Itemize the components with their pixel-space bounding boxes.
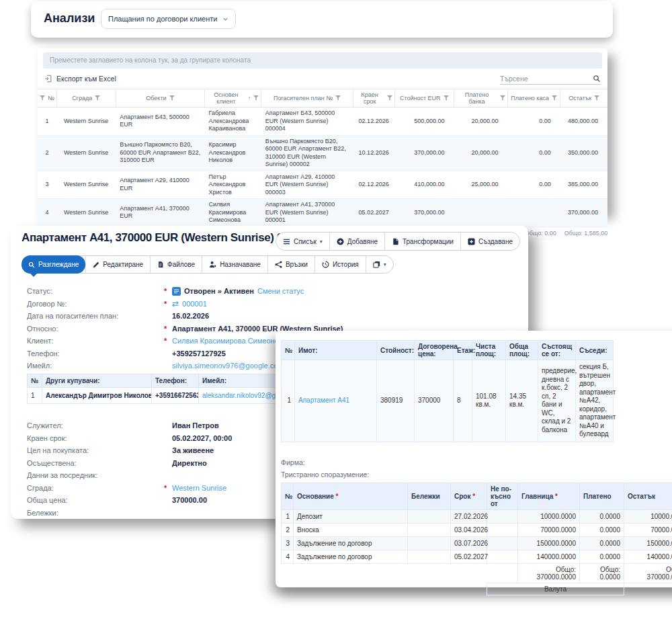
export-excel-label: Експорт към Excel	[56, 75, 116, 83]
status-value: Отворен » Активен	[184, 287, 254, 295]
group-by-bar[interactable]: Преместете заглавието на колона тук, за …	[43, 52, 602, 69]
swap-arrows-icon: ⇄	[172, 299, 179, 308]
analyses-table-panel: Преместете заглавието на колона тук, за …	[38, 48, 607, 212]
export-excel-button[interactable]: Експорт към Excel	[44, 75, 116, 83]
field-status: Статус: * Отворен » Активен Смени статус	[11, 285, 528, 298]
tab-links[interactable]: Връзки	[267, 256, 314, 273]
payment-row[interactable]: 2 Вноска 03.04.2026 70000.0000 0.0000 70…	[282, 524, 672, 537]
total-remainder: Общо: 370000.0000	[624, 564, 672, 583]
search-input[interactable]	[500, 73, 593, 84]
required-mark: *	[164, 287, 167, 295]
required-mark: *	[164, 337, 167, 345]
tab-edit[interactable]: Редактиране	[85, 256, 150, 273]
report-selector-dropdown[interactable]: Плащания по договори клиенти	[101, 9, 236, 29]
tab-assign[interactable]: Назначаване	[202, 256, 267, 273]
client-link[interactable]: Силвия Красимирова Симеонова	[172, 337, 287, 345]
table-row[interactable]: 3 Western Sunrise Апартамент А29, 410000…	[38, 171, 607, 199]
other-buyers-table: № Други купувачи: Телефон: Имейл: 1 Алек…	[27, 374, 306, 404]
table-row[interactable]: 1 Western Sunrise Апартамент Б43, 500000…	[38, 108, 607, 136]
tab-view[interactable]: Разглеждане	[22, 255, 85, 274]
required-mark: *	[164, 484, 167, 492]
tab-more[interactable]: ▾	[366, 256, 393, 273]
table-row[interactable]: 4 Western Sunrise Апартамент А41, 370000…	[38, 199, 607, 227]
filter-icon[interactable]	[594, 95, 599, 101]
firm-label: Фирма:	[281, 458, 305, 466]
required-mark: *	[336, 493, 339, 500]
required-mark: *	[164, 300, 167, 308]
filter-icon[interactable]	[335, 95, 341, 101]
total-remainder: Общо: 1,585,000.00	[560, 226, 607, 240]
transformations-button[interactable]: Трансформации	[384, 233, 460, 250]
property-table: № Имот: Стойност: Договорена цена: Етаж:…	[281, 340, 614, 442]
required-mark: *	[555, 493, 558, 500]
copy-layers-icon	[373, 261, 380, 268]
table-toolbar: Експорт към Excel	[38, 69, 607, 89]
plus-circle-icon	[337, 238, 344, 245]
filter-icon[interactable]	[552, 95, 557, 101]
analyses-header-panel: Анализи Плащания по договори клиенти	[31, 1, 613, 38]
search-icon[interactable]	[593, 75, 601, 83]
analyses-table: № Сграда Обекти Основен клиент↑ Погасите…	[38, 89, 607, 240]
total-principal: Общо: 370000.0000	[518, 564, 580, 583]
search-box	[500, 73, 601, 85]
filter-icon[interactable]	[169, 95, 175, 101]
buyers-header-row: № Други купувачи: Телефон: Имейл:	[28, 374, 306, 388]
buyers-row[interactable]: 1 Александър Димитров Николов +359166725…	[28, 388, 306, 404]
history-icon	[322, 261, 329, 268]
payment-row[interactable]: 3 Задължение по договор 03.07.2026 15000…	[282, 537, 672, 550]
payments-table: № Основание * Бележки Срок * Не по-късно…	[281, 483, 672, 595]
property-link[interactable]: Апартамент А41	[298, 397, 349, 404]
field-plan-date: Дата на погасителен план: 16.02.2026	[11, 310, 528, 323]
search-icon	[28, 261, 35, 268]
sort-asc-icon[interactable]: ↑	[248, 95, 251, 101]
person-icon	[209, 261, 216, 268]
analyses-header-row: № Сграда Обекти Основен клиент↑ Погасите…	[38, 89, 607, 108]
payment-row[interactable]: 4 Задължение по договор 05.02.2027 14000…	[282, 550, 672, 564]
share-icon	[275, 261, 282, 268]
filter-icon[interactable]	[500, 95, 505, 101]
agreement-label: Тристранно споразумение:	[281, 470, 369, 479]
table-row[interactable]: 2 Western Sunrise Външно Паркомясто В20,…	[38, 135, 607, 171]
list-icon	[283, 238, 290, 245]
required-mark: *	[164, 325, 167, 333]
tab-files[interactable]: Файлове	[150, 256, 202, 273]
email-link[interactable]: silviya.simeonov976@google.com	[172, 362, 284, 370]
document-icon	[392, 238, 399, 245]
property-row[interactable]: 1 Апартамент А41 380919 370000 8 101.08 …	[282, 360, 614, 442]
payments-header-row: № Основание * Бележки Срок * Не по-късно…	[282, 483, 672, 510]
caret-down-icon: ▾	[320, 239, 323, 245]
filter-icon[interactable]	[387, 95, 392, 101]
add-button[interactable]: Добавяне	[329, 233, 384, 250]
filter-icon[interactable]	[95, 95, 100, 101]
property-payments-panel: № Имот: Стойност: Договорена цена: Етаж:…	[276, 331, 672, 587]
property-header-row: № Имот: Стойност: Договорена цена: Етаж:…	[282, 341, 614, 360]
plus-square-icon	[468, 238, 475, 245]
field-contract: Договор №: * ⇄ 000001	[11, 298, 528, 310]
currency-row: Валута	[282, 583, 672, 595]
record-tabs: Разглеждане Редактиране Файлове Назначав…	[22, 255, 394, 274]
caret-down-icon: ▾	[384, 261, 386, 267]
change-status-link[interactable]: Смени статус	[257, 287, 304, 295]
total-paid: Общо: 0.0000	[580, 564, 624, 583]
chevron-down-icon	[222, 16, 228, 22]
filter-icon[interactable]	[253, 95, 259, 101]
filter-icon[interactable]	[40, 95, 45, 101]
record-actions: Списък▾ Добавяне Трансформации Създаване	[276, 232, 520, 251]
building-link[interactable]: Western Sunrise	[172, 484, 226, 492]
file-icon	[157, 261, 164, 268]
excel-export-icon	[44, 75, 52, 83]
list-button[interactable]: Списък▾	[276, 233, 329, 250]
currency-label: Валута	[487, 583, 624, 595]
page-title: Анализи	[44, 11, 95, 26]
required-mark: *	[472, 493, 475, 500]
contract-link[interactable]: 000001	[182, 300, 207, 308]
filter-icon[interactable]	[444, 95, 449, 101]
payment-row[interactable]: 1 Депозит 27.02.2026 10000.0000 0.0000 1…	[282, 510, 672, 524]
create-button[interactable]: Създаване	[460, 233, 519, 250]
report-selector-label: Плащания по договори клиенти	[108, 15, 217, 23]
payments-totals-row: Общо: 370000.0000 Общо: 0.0000 Общо: 370…	[282, 564, 672, 583]
tab-history[interactable]: История	[314, 256, 366, 273]
pencil-icon	[93, 261, 99, 268]
record-title: Апартамент А41, 370000 EUR (Western Sunr…	[22, 231, 313, 245]
status-icon	[172, 287, 181, 296]
